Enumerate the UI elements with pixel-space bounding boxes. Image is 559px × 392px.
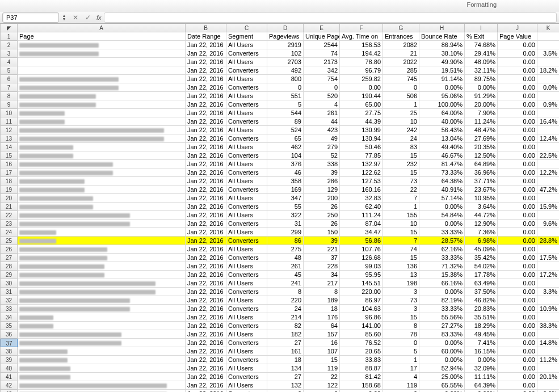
cell-H[interactable]: 56.43% — [419, 126, 465, 134]
cell-I[interactable]: 7.90% — [465, 109, 498, 117]
cell-J[interactable]: 0.00 — [498, 220, 537, 228]
cell-C[interactable]: All Users — [226, 279, 267, 288]
cell-C[interactable]: Converters — [226, 49, 267, 58]
cell-K[interactable] — [537, 313, 559, 322]
cell-C[interactable]: Converters — [226, 100, 267, 109]
cell-J[interactable]: 0.00 — [498, 322, 537, 330]
row-header-23[interactable]: 23 — [1, 220, 18, 228]
row-header-42[interactable]: 42 — [1, 381, 18, 390]
cell-F[interactable]: 99.03 — [340, 262, 383, 271]
cell-J[interactable]: 0.00 — [498, 271, 537, 279]
cell-F[interactable]: 34.47 — [340, 228, 383, 237]
cell-J[interactable]: 0.00 — [498, 186, 537, 194]
cell-I[interactable]: 46.82% — [465, 296, 498, 305]
cell-K[interactable] — [537, 262, 559, 271]
cell-E[interactable]: 2544 — [304, 41, 340, 49]
cell-I[interactable]: 12.90% — [465, 220, 498, 228]
cell-page[interactable] — [18, 313, 186, 322]
cell-H[interactable]: 62.16% — [419, 245, 465, 254]
cell-E[interactable]: 16 — [304, 339, 340, 347]
row-header-20[interactable]: 20 — [1, 194, 18, 203]
cell-page[interactable] — [18, 58, 186, 66]
cell-B[interactable]: Jan 22, 2016 — [186, 245, 226, 254]
cell-C[interactable]: All Users — [226, 75, 267, 83]
column-header-K[interactable]: K — [537, 24, 559, 32]
cell-D[interactable]: 241 — [267, 279, 304, 288]
cell-J[interactable]: 0.00 — [498, 245, 537, 254]
header-cell-C[interactable]: Segment — [226, 32, 267, 41]
cell-G[interactable]: 25 — [383, 109, 419, 117]
cell-J[interactable]: 0.00 — [498, 237, 537, 245]
cell-E[interactable]: 15 — [304, 356, 340, 364]
cell-J[interactable]: 0.00 — [498, 83, 537, 92]
cell-F[interactable]: 132.97 — [340, 160, 383, 168]
cell-K[interactable]: 3.3% — [537, 288, 559, 296]
row-header-40[interactable]: 40 — [1, 364, 18, 373]
ribbon-toolbar[interactable]: Formatting — [0, 0, 559, 11]
cell-C[interactable]: Converters — [226, 83, 267, 92]
cell-J[interactable]: 0.00 — [498, 117, 537, 126]
cell-G[interactable]: 74 — [383, 245, 419, 254]
row-header-41[interactable]: 41 — [1, 373, 18, 381]
cell-C[interactable]: All Users — [226, 364, 267, 373]
cell-F[interactable]: 259.82 — [340, 75, 383, 83]
cell-page[interactable] — [18, 186, 186, 194]
row-header-8[interactable]: 8 — [1, 92, 18, 100]
cell-E[interactable]: 39 — [304, 168, 340, 177]
cell-E[interactable]: 754 — [304, 75, 340, 83]
cell-K[interactable] — [537, 211, 559, 220]
cell-F[interactable]: 77.85 — [340, 151, 383, 160]
cell-F[interactable]: 20.65 — [340, 347, 383, 356]
cell-G[interactable]: 7 — [383, 237, 419, 245]
cell-D[interactable]: 544 — [267, 109, 304, 117]
header-cell-I[interactable]: % Exit — [465, 32, 498, 41]
cell-D[interactable]: 8 — [267, 288, 304, 296]
cell-J[interactable]: 0.00 — [498, 390, 537, 392]
cell-G[interactable]: 10 — [383, 220, 419, 228]
row-header-14[interactable]: 14 — [1, 143, 18, 151]
cell-J[interactable]: 0.00 — [498, 339, 537, 347]
cell-H[interactable]: 49.90% — [419, 58, 465, 66]
cell-E[interactable]: 49 — [304, 134, 340, 143]
cell-B[interactable]: Jan 22, 2016 — [186, 373, 226, 381]
cell-H[interactable]: 95.06% — [419, 92, 465, 100]
row-header-31[interactable]: 31 — [1, 288, 18, 296]
cell-D[interactable]: 132 — [267, 381, 304, 390]
cell-page[interactable] — [18, 194, 186, 203]
cell-I[interactable]: 64.89% — [465, 160, 498, 168]
cell-I[interactable]: 17.78% — [465, 271, 498, 279]
cell-page[interactable] — [18, 211, 186, 220]
cell-E[interactable]: 189 — [304, 296, 340, 305]
cell-F[interactable]: 96.79 — [340, 66, 383, 75]
cell-E[interactable]: 22 — [304, 373, 340, 381]
cell-C[interactable]: Converters — [226, 66, 267, 75]
cell-I[interactable]: 91.29% — [465, 92, 498, 100]
row-header-26[interactable]: 26 — [1, 245, 18, 254]
cell-D[interactable]: 18 — [267, 356, 304, 364]
cell-C[interactable]: All Users — [226, 330, 267, 339]
cell-K[interactable]: 28.8% — [537, 237, 559, 245]
cell-I[interactable]: 74.68% — [465, 41, 498, 49]
row-header-27[interactable]: 27 — [1, 254, 18, 262]
cell-C[interactable]: All Users — [226, 41, 267, 49]
cell-C[interactable]: All Users — [226, 160, 267, 168]
cell-page[interactable] — [18, 126, 186, 134]
cell-J[interactable]: 0.00 — [498, 75, 537, 83]
cell-E[interactable]: 2173 — [304, 58, 340, 66]
cell-H[interactable]: 57.14% — [419, 194, 465, 203]
cell-page[interactable] — [18, 322, 186, 330]
cell-I[interactable]: 89.75% — [465, 75, 498, 83]
cell-J[interactable]: 0.00 — [498, 330, 537, 339]
cell-C[interactable]: All Users — [226, 347, 267, 356]
cell-E[interactable]: 107 — [304, 347, 340, 356]
cell-J[interactable]: 0.00 — [498, 228, 537, 237]
cell-F[interactable]: 76.52 — [340, 339, 383, 347]
row-header-38[interactable]: 38 — [1, 347, 18, 356]
cell-K[interactable]: 47.2% — [537, 186, 559, 194]
cell-D[interactable]: 275 — [267, 245, 304, 254]
cell-page[interactable] — [18, 296, 186, 305]
cell-H[interactable]: 66.16% — [419, 279, 465, 288]
row-header-6[interactable]: 6 — [1, 75, 18, 83]
cell-K[interactable]: 16.4% — [537, 117, 559, 126]
cell-I[interactable]: 48.47% — [465, 126, 498, 134]
